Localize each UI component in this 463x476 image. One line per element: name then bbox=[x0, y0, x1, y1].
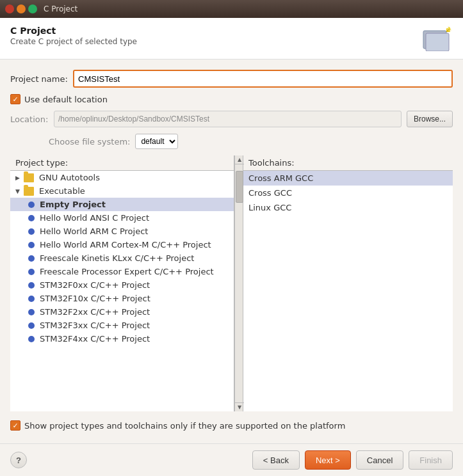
bullet-icon bbox=[28, 309, 35, 315]
list-item[interactable]: STM32F4xx C/C++ Project bbox=[10, 332, 234, 345]
filesystem-row: Choose file system: default bbox=[10, 134, 453, 149]
footer-right: < Back Next > Cancel Finish bbox=[252, 450, 453, 470]
folder-icon bbox=[24, 187, 34, 196]
expand-icon: ▼ bbox=[15, 188, 20, 194]
bullet-icon bbox=[28, 282, 35, 289]
bullet-icon bbox=[28, 296, 35, 302]
dialog: C Project Create C project of selected t… bbox=[0, 18, 463, 476]
project-icon bbox=[422, 26, 453, 51]
dialog-footer: ? < Back Next > Cancel Finish bbox=[0, 443, 463, 476]
back-button[interactable]: < Back bbox=[252, 450, 300, 470]
project-type-header: Project type: bbox=[10, 155, 234, 171]
item-label: STM32F0xx C/C++ Project bbox=[40, 280, 150, 290]
location-label: Location: bbox=[10, 115, 49, 124]
list-item[interactable]: STM32F3xx C/C++ Project bbox=[10, 319, 234, 332]
dialog-header-text: C Project Create C project of selected t… bbox=[10, 26, 137, 46]
item-label: Hello World ANSI C Project bbox=[40, 213, 149, 223]
location-input[interactable] bbox=[54, 111, 402, 127]
item-label: Hello World ARM C Project bbox=[40, 226, 148, 236]
toolchain-header: Toolchains: bbox=[243, 155, 453, 171]
toolchain-item[interactable]: Cross GCC bbox=[243, 186, 453, 200]
default-location-row: Use default location bbox=[10, 94, 453, 104]
project-type-list: ▶ GNU Autotools ▼ Executable Empty Proje… bbox=[10, 171, 234, 411]
minimize-button[interactable] bbox=[17, 4, 26, 13]
item-label: STM32F2xx C/C++ Project bbox=[40, 307, 150, 317]
list-item[interactable]: ▼ Executable bbox=[10, 184, 234, 198]
item-label: STM32F3xx C/C++ Project bbox=[40, 321, 150, 330]
browse-button[interactable]: Browse... bbox=[407, 111, 453, 127]
list-item[interactable]: STM32F10x C/C++ Project bbox=[10, 292, 234, 305]
bullet-icon bbox=[28, 215, 35, 221]
filesystem-label: Choose file system: bbox=[49, 137, 130, 147]
scroll-down[interactable]: ▼ bbox=[235, 402, 244, 411]
bullet-icon bbox=[28, 202, 35, 208]
bullet-icon bbox=[28, 336, 35, 342]
next-button[interactable]: Next > bbox=[305, 450, 351, 470]
bullet-icon bbox=[28, 228, 35, 235]
list-item[interactable]: Hello World ARM Cortex-M C/C++ Project bbox=[10, 238, 234, 251]
dialog-header: C Project Create C project of selected t… bbox=[0, 18, 463, 60]
list-item[interactable]: STM32F0xx C/C++ Project bbox=[10, 278, 234, 292]
project-name-label: Project name: bbox=[10, 74, 68, 84]
toolchain-item[interactable]: Linux GCC bbox=[243, 200, 453, 215]
window-title: C Project bbox=[44, 4, 77, 13]
toolchain-label: Cross ARM GCC bbox=[248, 173, 313, 183]
item-label: Empty Project bbox=[40, 200, 106, 209]
dialog-content: Project name: Use default location Locat… bbox=[0, 60, 463, 443]
list-item[interactable]: Hello World ANSI C Project bbox=[10, 211, 234, 225]
project-scrollbar[interactable]: ▲ ▼ bbox=[234, 155, 243, 411]
finish-button[interactable]: Finish bbox=[409, 450, 453, 470]
platform-filter-label: Show project types and toolchains only i… bbox=[24, 421, 345, 431]
collapse-icon: ▶ bbox=[15, 175, 20, 181]
bullet-icon bbox=[28, 322, 35, 329]
header-icon bbox=[422, 26, 453, 51]
toolchain-item[interactable]: Cross ARM GCC bbox=[243, 171, 453, 186]
folder-icon bbox=[24, 173, 34, 182]
bullet-icon bbox=[28, 255, 35, 262]
close-button[interactable] bbox=[5, 4, 14, 13]
project-type-section: Project type: ▶ GNU Autotools ▼ Executab… bbox=[10, 155, 234, 411]
list-item[interactable]: Freescale Kinetis KLxx C/C++ Project bbox=[10, 251, 234, 265]
toolchain-list: Cross ARM GCC Cross GCC Linux GCC bbox=[243, 171, 453, 411]
bullet-icon bbox=[28, 269, 35, 275]
cancel-button[interactable]: Cancel bbox=[356, 450, 403, 470]
list-item[interactable]: Empty Project bbox=[10, 198, 234, 211]
toolchain-label: Linux GCC bbox=[248, 203, 291, 212]
project-name-input[interactable] bbox=[73, 70, 453, 88]
list-item[interactable]: STM32F2xx C/C++ Project bbox=[10, 305, 234, 319]
platform-filter-checkbox[interactable] bbox=[10, 420, 20, 431]
list-item[interactable]: Hello World ARM C Project bbox=[10, 225, 234, 238]
default-location-label: Use default location bbox=[24, 95, 108, 104]
window-controls[interactable] bbox=[5, 4, 37, 13]
default-location-checkbox[interactable] bbox=[10, 94, 20, 104]
list-item[interactable]: ▶ GNU Autotools bbox=[10, 171, 234, 184]
item-label: GNU Autotools bbox=[39, 173, 100, 182]
filesystem-select[interactable]: default bbox=[135, 134, 178, 149]
bullet-icon bbox=[28, 242, 35, 248]
item-label: Freescale Processor Expert C/C++ Project bbox=[40, 267, 214, 276]
list-item[interactable]: Freescale Processor Expert C/C++ Project bbox=[10, 265, 234, 278]
item-label: STM32F10x C/C++ Project bbox=[40, 294, 150, 303]
location-row: Location: Browse... bbox=[10, 111, 453, 127]
dialog-title: C Project bbox=[10, 26, 137, 36]
item-label: Freescale Kinetis KLxx C/C++ Project bbox=[40, 253, 194, 263]
project-name-row: Project name: bbox=[10, 70, 453, 88]
toolchain-label: Cross GCC bbox=[248, 188, 292, 198]
scroll-thumb[interactable] bbox=[236, 171, 243, 203]
bottom-checkbox-row: Show project types and toolchains only i… bbox=[10, 418, 453, 433]
item-label: Hello World ARM Cortex-M C/C++ Project bbox=[40, 240, 211, 250]
item-label: STM32F4xx C/C++ Project bbox=[40, 334, 150, 344]
svg-rect-1 bbox=[426, 33, 449, 51]
item-label: Executable bbox=[39, 186, 85, 196]
maximize-button[interactable] bbox=[28, 4, 37, 13]
scroll-track[interactable] bbox=[235, 164, 243, 402]
help-button[interactable]: ? bbox=[10, 452, 27, 468]
footer-left: ? bbox=[10, 452, 27, 468]
title-bar: C Project bbox=[0, 0, 463, 18]
scroll-up[interactable]: ▲ bbox=[235, 155, 244, 164]
lists-wrapper: Project type: ▶ GNU Autotools ▼ Executab… bbox=[10, 155, 453, 411]
dialog-subtitle: Create C project of selected type bbox=[10, 37, 137, 46]
toolchain-section: Toolchains: Cross ARM GCC Cross GCC Linu… bbox=[243, 155, 453, 411]
